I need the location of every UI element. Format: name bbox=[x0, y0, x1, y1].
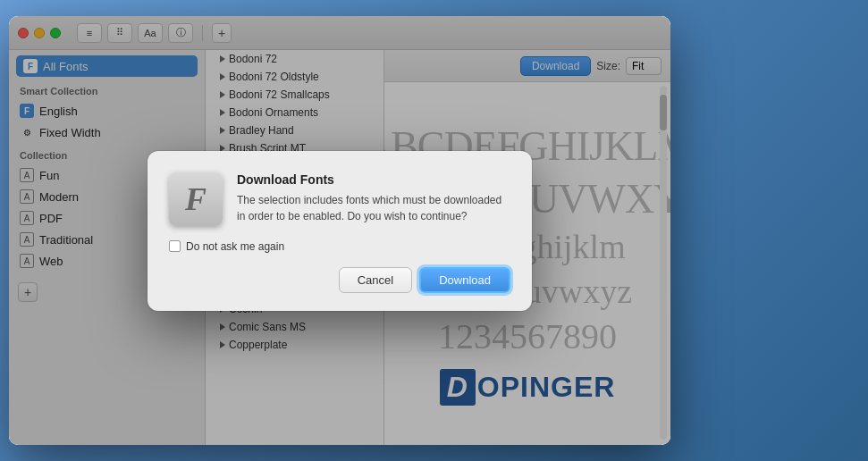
modal-header: F Download Fonts The selection includes … bbox=[169, 172, 510, 226]
modal-icon: F bbox=[169, 172, 223, 226]
do-not-ask-label[interactable]: Do not ask me again bbox=[186, 240, 284, 253]
modal-download-button[interactable]: Download bbox=[419, 267, 510, 293]
modal-checkbox-row: Do not ask me again bbox=[169, 240, 510, 253]
modal-title: Download Fonts bbox=[237, 172, 510, 187]
modal-body-text: The selection includes fonts which must … bbox=[237, 192, 510, 224]
modal-buttons: Cancel Download bbox=[169, 267, 510, 293]
modal-overlay: F Download Fonts The selection includes … bbox=[9, 16, 670, 445]
do-not-ask-checkbox[interactable] bbox=[169, 240, 181, 252]
modal-icon-inner: F bbox=[169, 172, 223, 226]
modal-dialog: F Download Fonts The selection includes … bbox=[147, 151, 532, 311]
modal-text-area: Download Fonts The selection includes fo… bbox=[237, 172, 510, 226]
app-window: ≡ ⠿ Aa ⓘ + F All Fonts Smart Collection bbox=[9, 16, 670, 445]
modal-cancel-button[interactable]: Cancel bbox=[339, 267, 412, 293]
